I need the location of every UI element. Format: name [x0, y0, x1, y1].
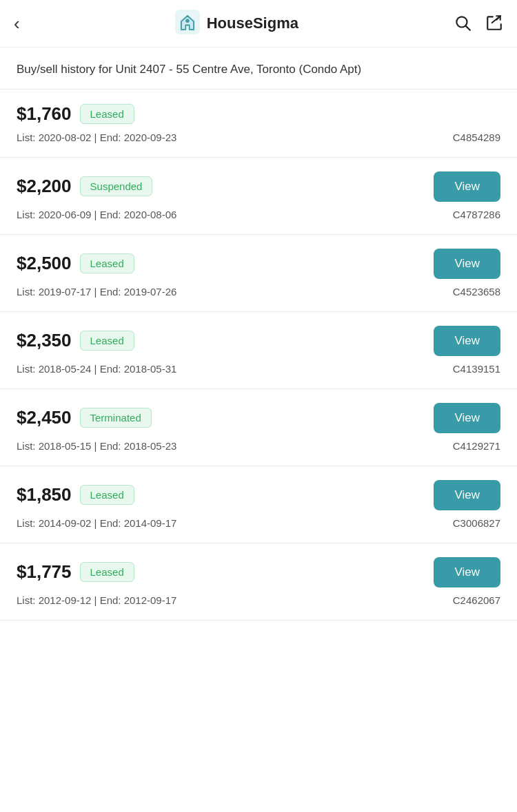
listing-price: $2,350	[17, 330, 72, 351]
listings-container: $1,760 Leased List: 2020-08-02 | End: 20…	[0, 90, 517, 621]
back-button[interactable]: ‹	[14, 14, 20, 32]
view-button[interactable]: View	[434, 171, 500, 202]
listing-price: $2,450	[17, 407, 72, 428]
listing-id: C4139151	[453, 363, 500, 375]
listing-left: $2,450 Terminated	[17, 407, 152, 428]
listing-row-top: $2,200 Suspended View	[17, 171, 500, 202]
listing-row-bottom: List: 2018-05-15 | End: 2018-05-23 C4129…	[17, 440, 500, 452]
listing-dates: List: 2014-09-02 | End: 2014-09-17	[17, 517, 176, 529]
listing-id: C4787286	[453, 209, 500, 220]
view-button[interactable]: View	[434, 403, 500, 433]
listing-row-bottom: List: 2020-06-09 | End: 2020-08-06 C4787…	[17, 209, 500, 220]
listing-row-top: $1,760 Leased	[17, 103, 500, 125]
listing-row-top: $2,350 Leased View	[17, 326, 500, 356]
housesigma-logo	[175, 10, 200, 37]
svg-point-1	[185, 19, 189, 23]
status-badge: Leased	[80, 331, 134, 351]
listing-price: $1,850	[17, 484, 72, 506]
listing-price: $2,500	[17, 253, 72, 274]
listing-item: $1,775 Leased View List: 2012-09-12 | En…	[0, 543, 517, 621]
listing-dates: List: 2018-05-24 | End: 2018-05-31	[17, 363, 176, 375]
listing-row-top: $1,775 Leased View	[17, 557, 500, 587]
listing-left: $1,775 Leased	[17, 561, 134, 583]
listing-item: $2,500 Leased View List: 2019-07-17 | En…	[0, 235, 517, 312]
listing-dates: List: 2012-09-12 | End: 2012-09-17	[17, 594, 176, 606]
listing-id: C4129271	[453, 440, 500, 452]
listing-row-bottom: List: 2012-09-12 | End: 2012-09-17 C2462…	[17, 594, 500, 606]
header-actions	[454, 14, 503, 34]
listing-dates: List: 2020-08-02 | End: 2020-09-23	[17, 132, 176, 143]
listing-item: $2,450 Terminated View List: 2018-05-15 …	[0, 389, 517, 466]
listing-price: $1,775	[17, 561, 72, 583]
listing-id: C2462067	[453, 594, 500, 606]
listing-left: $1,760 Leased	[17, 103, 134, 125]
listing-price: $2,200	[17, 176, 72, 197]
header-center: HouseSigma	[175, 10, 298, 37]
listing-row-top: $1,850 Leased View	[17, 480, 500, 510]
listing-item: $2,200 Suspended View List: 2020-06-09 |…	[0, 158, 517, 235]
svg-line-3	[466, 25, 470, 30]
listing-dates: List: 2018-05-15 | End: 2018-05-23	[17, 440, 176, 452]
status-badge: Leased	[80, 253, 134, 273]
listing-row-top: $2,450 Terminated View	[17, 403, 500, 433]
listing-row-bottom: List: 2020-08-02 | End: 2020-09-23 C4854…	[17, 132, 500, 143]
listing-row-bottom: List: 2014-09-02 | End: 2014-09-17 C3006…	[17, 517, 500, 529]
listing-id: C3006827	[453, 517, 500, 529]
listing-row-top: $2,500 Leased View	[17, 249, 500, 279]
app-header: ‹ HouseSigma	[0, 0, 517, 48]
listing-price: $1,760	[17, 103, 72, 125]
listing-left: $1,850 Leased	[17, 484, 134, 506]
view-button[interactable]: View	[434, 480, 500, 510]
status-badge: Terminated	[80, 408, 152, 428]
listing-id: C4854289	[453, 132, 500, 143]
app-title: HouseSigma	[207, 14, 298, 32]
view-button[interactable]: View	[434, 557, 500, 587]
share-icon	[485, 14, 503, 32]
share-button[interactable]	[485, 14, 503, 34]
listing-row-bottom: List: 2018-05-24 | End: 2018-05-31 C4139…	[17, 363, 500, 375]
search-button[interactable]	[454, 14, 472, 34]
listing-left: $2,350 Leased	[17, 330, 134, 351]
status-badge: Suspended	[80, 176, 153, 196]
listing-item: $2,350 Leased View List: 2018-05-24 | En…	[0, 312, 517, 389]
page-subtitle: Buy/sell history for Unit 2407 - 55 Cent…	[0, 48, 517, 90]
status-badge: Leased	[80, 562, 134, 582]
status-badge: Leased	[80, 104, 134, 124]
view-button[interactable]: View	[434, 326, 500, 356]
listing-row-bottom: List: 2019-07-17 | End: 2019-07-26 C4523…	[17, 286, 500, 298]
listing-left: $2,500 Leased	[17, 253, 134, 274]
view-button[interactable]: View	[434, 249, 500, 279]
listing-dates: List: 2020-06-09 | End: 2020-08-06	[17, 209, 176, 220]
search-icon	[454, 14, 472, 32]
listing-item: $1,760 Leased List: 2020-08-02 | End: 20…	[0, 90, 517, 158]
listing-dates: List: 2019-07-17 | End: 2019-07-26	[17, 286, 176, 298]
listing-left: $2,200 Suspended	[17, 176, 152, 197]
status-badge: Leased	[80, 485, 134, 505]
listing-id: C4523658	[453, 286, 500, 298]
listing-item: $1,850 Leased View List: 2014-09-02 | En…	[0, 466, 517, 543]
